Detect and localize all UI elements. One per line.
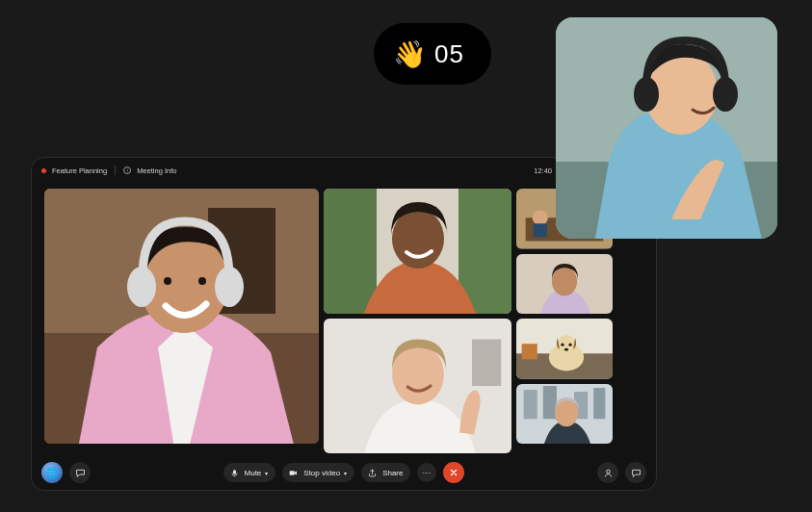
video-tile-participant[interactable]: [516, 384, 613, 445]
stop-video-label: Stop video: [303, 469, 340, 477]
svg-point-3: [634, 77, 659, 112]
chat-button[interactable]: [69, 462, 91, 483]
meeting-info-label[interactable]: Meeting Info: [137, 166, 176, 175]
mute-button[interactable]: Mute ▾: [223, 463, 276, 482]
svg-rect-50: [233, 470, 236, 474]
info-icon[interactable]: i: [123, 166, 131, 174]
svg-point-40: [561, 344, 563, 346]
meeting-time: 12:40: [534, 166, 552, 175]
share-label: Share: [382, 469, 403, 477]
chevron-down-icon[interactable]: ▾: [265, 470, 268, 476]
video-tile-participant[interactable]: [516, 319, 613, 379]
video-tile-active-speaker[interactable]: [44, 189, 319, 444]
svg-point-39: [557, 335, 576, 356]
svg-point-52: [606, 470, 610, 474]
svg-rect-20: [324, 189, 377, 314]
reaction-count: 05: [434, 39, 464, 69]
svg-rect-29: [534, 223, 547, 237]
svg-rect-45: [524, 390, 537, 419]
panel-chat-button[interactable]: [625, 462, 646, 483]
share-button[interactable]: Share: [361, 463, 410, 482]
svg-point-28: [533, 210, 548, 225]
svg-rect-51: [290, 471, 295, 475]
stop-video-button[interactable]: Stop video ▾: [282, 463, 354, 482]
svg-point-35: [552, 267, 577, 295]
svg-point-18: [198, 277, 206, 285]
svg-point-42: [564, 348, 568, 351]
svg-point-22: [392, 209, 444, 269]
end-call-button[interactable]: [443, 462, 464, 483]
promo-participant-portrait: [556, 17, 777, 239]
video-tile-participant[interactable]: [516, 254, 613, 315]
toolbar: 🌐 Mute ▾ Stop video ▾ Share ···: [32, 459, 656, 490]
svg-point-4: [713, 77, 738, 112]
video-tile-participant[interactable]: [324, 319, 511, 453]
svg-rect-46: [543, 386, 557, 419]
svg-point-17: [164, 277, 171, 285]
clap-wave-emoji-icon: 👋: [393, 38, 427, 70]
svg-rect-24: [472, 340, 501, 386]
mute-label: Mute: [245, 469, 262, 477]
reaction-count-badge: 👋 05: [374, 23, 491, 85]
status-dot-icon: [41, 168, 46, 173]
svg-point-16: [215, 267, 244, 307]
svg-point-41: [568, 344, 571, 346]
svg-rect-43: [522, 344, 537, 359]
svg-point-15: [127, 267, 156, 307]
video-tile-participant[interactable]: [324, 189, 511, 314]
participants-button[interactable]: [597, 462, 618, 483]
svg-rect-48: [593, 388, 605, 419]
meeting-title: Feature Planning: [52, 166, 107, 175]
chevron-down-icon[interactable]: ▾: [344, 470, 347, 476]
self-view-thumbnail[interactable]: 🌐: [41, 462, 63, 483]
divider: [115, 166, 116, 175]
more-options-button[interactable]: ···: [417, 463, 436, 482]
svg-point-49: [555, 399, 578, 426]
